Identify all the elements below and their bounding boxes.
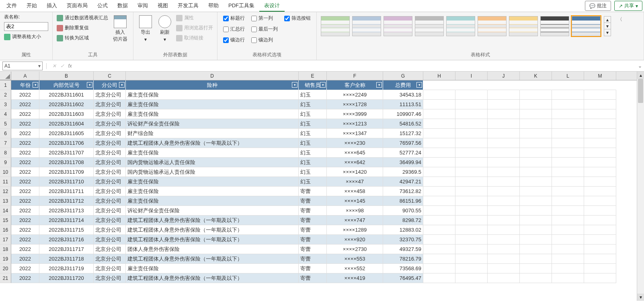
cell[interactable]: 2022 <box>11 100 39 109</box>
cell[interactable]: 2022 <box>11 177 39 187</box>
cell[interactable] <box>455 158 488 167</box>
row-header[interactable]: 4 <box>0 109 11 119</box>
column-header[interactable]: K <box>520 72 552 80</box>
cell[interactable] <box>520 100 552 109</box>
cell[interactable]: 北京分公司 <box>94 138 126 148</box>
scroll-thumb[interactable] <box>638 79 643 103</box>
row-header[interactable]: 21 <box>0 273 11 283</box>
cell[interactable]: 内部凭证号▾ <box>39 80 94 90</box>
cell[interactable]: 建筑工程团体人身意外伤害保险（一年期及以下） <box>126 235 299 244</box>
cell[interactable] <box>520 109 552 119</box>
table-style-swatch[interactable] <box>352 16 381 36</box>
cell[interactable] <box>488 177 520 187</box>
cell[interactable]: 2022BJ311718 <box>39 254 94 264</box>
table-style-swatch[interactable] <box>415 16 444 36</box>
cell[interactable]: 分公司▾ <box>94 80 126 90</box>
cell[interactable]: 北京分公司 <box>94 177 126 187</box>
menu-开发工具[interactable]: 开发工具 <box>173 0 203 12</box>
cell[interactable]: 2022 <box>11 109 39 119</box>
cell[interactable] <box>455 119 488 129</box>
cell[interactable]: 寄蕾 <box>299 187 327 196</box>
cell[interactable] <box>488 80 520 90</box>
cell[interactable]: 8298.72 <box>383 216 423 225</box>
cell[interactable]: 2022 <box>11 254 39 264</box>
row-header[interactable]: 5 <box>0 119 11 129</box>
convert-range-button[interactable]: 转换为区域 <box>57 34 108 42</box>
cell[interactable]: ××××98 <box>327 206 383 216</box>
cell[interactable] <box>455 225 488 235</box>
cell[interactable] <box>552 177 584 187</box>
cell[interactable] <box>520 129 552 138</box>
cell[interactable] <box>552 196 584 206</box>
cell[interactable] <box>455 90 488 100</box>
cell[interactable]: 诉讼财产保全责任保险 <box>126 206 299 216</box>
cell[interactable]: 2022BJ311720 <box>39 273 94 283</box>
cell[interactable] <box>520 167 552 177</box>
filter-dropdown-icon[interactable]: ▾ <box>87 82 92 88</box>
cell[interactable] <box>552 206 584 216</box>
cell[interactable]: 国内货物运输承运人责任保险 <box>126 167 299 177</box>
row-header[interactable]: 2 <box>0 90 11 100</box>
gallery-scroll[interactable]: ▴ ▾ ▾ <box>604 16 611 36</box>
cell[interactable] <box>423 129 455 138</box>
cell[interactable]: 寄蕾 <box>299 225 327 235</box>
header-row-checkbox[interactable]: 标题行 <box>222 14 246 23</box>
cell[interactable] <box>423 254 455 264</box>
cell[interactable] <box>584 187 616 196</box>
cell[interactable] <box>488 119 520 129</box>
cell[interactable]: 29369.5 <box>383 167 423 177</box>
cell[interactable]: 42947.21 <box>383 177 423 187</box>
cell[interactable] <box>520 196 552 206</box>
banded-row-checkbox[interactable]: 镶边行 <box>222 35 246 45</box>
cell[interactable]: 销售员▾ <box>299 80 327 90</box>
cell[interactable] <box>520 244 552 254</box>
filter-dropdown-icon[interactable]: ▾ <box>119 82 125 88</box>
cell[interactable]: 幻玉 <box>299 177 327 187</box>
cell[interactable]: ××××1213 <box>327 119 383 129</box>
cell[interactable] <box>455 244 488 254</box>
column-header[interactable]: J <box>488 72 520 80</box>
cell[interactable]: 险种▾ <box>126 80 299 90</box>
cell[interactable] <box>488 187 520 196</box>
cell[interactable] <box>423 187 455 196</box>
cell[interactable]: 团体人身意外伤害保险 <box>126 244 299 254</box>
column-header[interactable]: B <box>39 72 94 80</box>
cell[interactable]: 北京分公司 <box>94 254 126 264</box>
cell[interactable]: 2022 <box>11 187 39 196</box>
cell[interactable] <box>552 225 584 235</box>
cell[interactable]: 2022 <box>11 90 39 100</box>
cell[interactable] <box>520 148 552 158</box>
column-header[interactable]: D <box>126 72 299 80</box>
cell[interactable]: 12883.02 <box>383 225 423 235</box>
cell[interactable]: 寄蕾 <box>299 254 327 264</box>
cell[interactable] <box>552 254 584 264</box>
cell[interactable]: 2022 <box>11 196 39 206</box>
cell[interactable] <box>488 167 520 177</box>
cell[interactable]: 2022BJ311715 <box>39 225 94 235</box>
cell[interactable] <box>455 235 488 244</box>
cancel-formula-icon[interactable]: ✕ <box>52 63 56 69</box>
cell[interactable] <box>584 235 616 244</box>
cell[interactable] <box>488 225 520 235</box>
cell[interactable]: 年份▾ <box>11 80 39 90</box>
table-style-swatch[interactable] <box>321 16 350 36</box>
pivot-summary-button[interactable]: 通过数据透视表汇总 <box>57 14 108 22</box>
cell[interactable]: 2022 <box>11 158 39 167</box>
cell[interactable] <box>584 177 616 187</box>
cell[interactable] <box>584 254 616 264</box>
cell[interactable] <box>520 264 552 273</box>
cell[interactable] <box>584 129 616 138</box>
cell[interactable]: 73568.69 <box>383 264 423 273</box>
cell[interactable]: ××××419 <box>327 273 383 283</box>
cell[interactable] <box>584 138 616 148</box>
scroll-down-icon[interactable]: ▾ <box>637 294 644 301</box>
cell[interactable]: 2022 <box>11 216 39 225</box>
comment-button[interactable]: 💬 批注 <box>585 1 611 11</box>
cell[interactable]: 2022BJ311719 <box>39 264 94 273</box>
cell[interactable] <box>552 235 584 244</box>
formula-expand-button[interactable]: ⌄ <box>636 63 644 69</box>
cell[interactable]: 2022BJ311708 <box>39 158 94 167</box>
cell[interactable]: 雇主责任保险 <box>126 177 299 187</box>
cell[interactable]: 2022BJ311713 <box>39 206 94 216</box>
row-header[interactable]: 18 <box>0 244 11 254</box>
